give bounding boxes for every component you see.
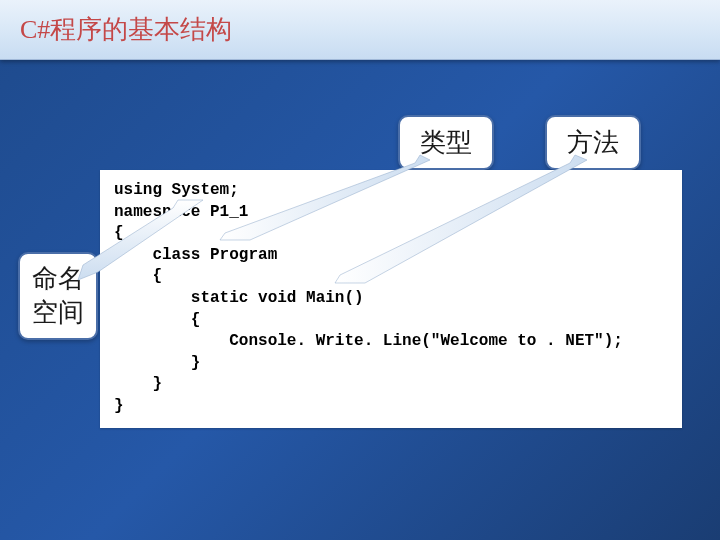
label-type-text: 类型 <box>420 128 472 157</box>
code-line-6: static void Main() <box>114 289 364 307</box>
code-line-2: namespace P1_1 <box>114 203 248 221</box>
code-block: using System; namespace P1_1 { class Pro… <box>100 170 682 428</box>
code-line-8: Console. Write. Line("Welcome to . NET")… <box>114 332 623 350</box>
code-line-7: { <box>114 311 200 329</box>
code-line-9: } <box>114 354 200 372</box>
code-line-11: } <box>114 397 124 415</box>
label-namespace: 命名 空间 <box>18 252 98 340</box>
page-title: C#程序的基本结构 <box>20 12 700 47</box>
code-line-5: { <box>114 267 162 285</box>
code-line-3: { <box>114 224 124 242</box>
label-namespace-line2: 空间 <box>32 298 84 327</box>
code-line-10: } <box>114 375 162 393</box>
slide-header: C#程序的基本结构 <box>0 0 720 60</box>
label-method: 方法 <box>545 115 641 170</box>
code-line-1: using System; <box>114 181 239 199</box>
code-line-4: class Program <box>114 246 277 264</box>
label-namespace-line1: 命名 <box>32 264 84 293</box>
label-type: 类型 <box>398 115 494 170</box>
label-method-text: 方法 <box>567 128 619 157</box>
